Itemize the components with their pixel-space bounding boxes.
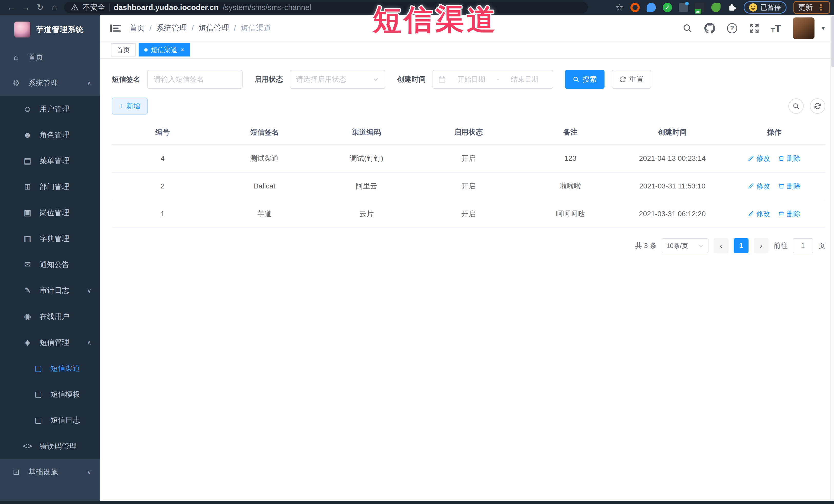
goto-page-input[interactable] xyxy=(793,238,813,253)
status-filter-select[interactable]: 请选择启用状态 xyxy=(290,70,385,89)
sidebar: 芋道管理系统 ⌂ 首页 ⚙ 系统管理 ∧ ☺ 用户管理 ☻ 角色管理 ▤ xyxy=(0,15,100,501)
sidebar-item-label: 短信模板 xyxy=(50,389,80,399)
add-button[interactable]: + 新增 xyxy=(112,97,148,114)
bookmark-star-icon[interactable]: ☆ xyxy=(615,2,623,13)
sidebar-item-label: 审计日志 xyxy=(40,285,69,296)
breadcrumb-home[interactable]: 首页 xyxy=(129,23,145,34)
cell-created: 2021-03-31 06:12:20 xyxy=(621,200,723,228)
app-logo-row[interactable]: 芋道管理系统 xyxy=(0,15,100,44)
sidebar-item-label: 角色管理 xyxy=(40,130,69,140)
cell-remark: 123 xyxy=(520,145,621,172)
next-page-button[interactable]: › xyxy=(754,238,769,253)
page-size-select[interactable]: 10条/页 xyxy=(662,238,708,253)
extension-green-check-icon[interactable]: ✓ xyxy=(663,3,672,12)
breadcrumb: 首页 / 系统管理 / 短信管理 / 短信渠道 xyxy=(129,23,271,34)
scrollbar-thumb[interactable] xyxy=(831,16,834,67)
delete-label: 删除 xyxy=(787,181,800,191)
sidebar-item-user-management[interactable]: ☺ 用户管理 xyxy=(0,96,100,122)
sidebar-item-error-code[interactable]: <> 错误码管理 xyxy=(0,433,100,459)
edit-pencil-icon xyxy=(748,183,754,189)
table-toolbar: + 新增 xyxy=(112,97,825,114)
sign-filter-input[interactable] xyxy=(147,70,243,89)
sidebar-item-dept-management[interactable]: ⊞ 部门管理 xyxy=(0,174,100,200)
cell-status: 开启 xyxy=(417,200,519,228)
cell-actions: 修改删除 xyxy=(723,200,825,228)
delete-link[interactable]: 删除 xyxy=(778,154,800,163)
page-scrollbar[interactable] xyxy=(830,15,834,501)
paused-label: 已暂停 xyxy=(760,3,781,12)
cell-status: 开启 xyxy=(417,145,519,172)
sidebar-item-infrastructure[interactable]: ⊡ 基础设施 ∨ xyxy=(0,459,100,485)
github-icon[interactable] xyxy=(704,23,715,34)
extension-on-badge-icon[interactable]: on xyxy=(695,3,704,12)
browser-menu-dots-icon[interactable]: ⋮ xyxy=(817,3,825,12)
sidebar-item-menu-management[interactable]: ▤ 菜单管理 xyxy=(0,148,100,174)
tag-home[interactable]: 首页 xyxy=(111,43,135,57)
user-avatar[interactable] xyxy=(793,18,814,39)
edit-link[interactable]: 修改 xyxy=(748,181,770,191)
refresh-table-button[interactable] xyxy=(810,98,825,114)
avatar-caret-icon[interactable]: ▾ xyxy=(822,25,825,32)
reset-button[interactable]: 重置 xyxy=(612,70,651,89)
sidebar-item-role-management[interactable]: ☻ 角色管理 xyxy=(0,122,100,148)
breadcrumb-sms[interactable]: 短信管理 xyxy=(198,23,229,34)
sidebar-item-sms-template[interactable]: ▢ 短信模板 xyxy=(0,381,100,407)
cell-id: 1 xyxy=(112,200,214,228)
help-icon[interactable]: ? xyxy=(727,23,737,34)
sidebar-item-home[interactable]: ⌂ 首页 xyxy=(0,44,100,70)
extensions-puzzle-icon[interactable] xyxy=(727,3,737,12)
fullscreen-icon[interactable] xyxy=(749,23,759,34)
browser-reload-icon[interactable]: ↻ xyxy=(33,0,47,15)
header-search-icon[interactable] xyxy=(682,23,693,34)
sidebar-item-sms-management[interactable]: ◈ 短信管理 ∧ xyxy=(0,329,100,355)
page-unit-label: 页 xyxy=(818,241,825,250)
sign-filter-label: 短信签名 xyxy=(112,74,140,84)
badge-icon: ▣ xyxy=(22,208,34,217)
search-button[interactable]: 搜索 xyxy=(565,70,605,89)
tab-paused-badge[interactable]: 已暂停 xyxy=(744,1,787,14)
delete-link[interactable]: 删除 xyxy=(778,209,800,219)
sidebar-item-sms-channel[interactable]: ▢ 短信渠道 xyxy=(0,355,100,381)
browser-update-button[interactable]: 更新 ⋮ xyxy=(793,1,830,14)
edit-link[interactable]: 修改 xyxy=(748,209,770,219)
edit-link[interactable]: 修改 xyxy=(748,154,770,163)
extension-green-plant-icon[interactable] xyxy=(711,3,721,12)
sidebar-item-system-management[interactable]: ⚙ 系统管理 ∧ xyxy=(0,70,100,96)
browser-back-icon[interactable]: ← xyxy=(4,0,19,15)
date-range-picker[interactable]: 开始日期 - 结束日期 xyxy=(433,70,553,89)
roles-icon: ☻ xyxy=(22,130,34,140)
sidebar-item-notice[interactable]: ✉ 通知公告 xyxy=(0,251,100,278)
extension-gray-tool-icon[interactable] xyxy=(679,3,688,12)
prev-page-button[interactable]: ‹ xyxy=(714,238,728,253)
close-tag-icon[interactable]: × xyxy=(180,46,184,53)
browser-forward-icon[interactable]: → xyxy=(19,0,33,15)
sidebar-item-audit-log[interactable]: ✎ 审计日志 ∨ xyxy=(0,278,100,304)
delete-link[interactable]: 删除 xyxy=(778,181,800,191)
page-1-button[interactable]: 1 xyxy=(733,238,748,253)
page-content: 短信签名 启用状态 请选择启用状态 创建时间 xyxy=(100,59,834,501)
toggle-search-button[interactable] xyxy=(788,98,804,114)
font-size-small: T xyxy=(771,27,775,34)
tag-sms-channel[interactable]: 短信渠道 × xyxy=(139,43,190,57)
sidebar-item-post-management[interactable]: ▣ 岗位管理 xyxy=(0,200,100,226)
address-bar[interactable]: 不安全 dashboard.yudao.iocoder.cn /system/s… xyxy=(64,2,588,13)
sidebar-fold-icon[interactable] xyxy=(110,24,120,32)
breadcrumb-system[interactable]: 系统管理 xyxy=(156,23,187,34)
sidebar-item-sms-log[interactable]: ▢ 短信日志 xyxy=(0,407,100,433)
window-bottom-edge xyxy=(0,501,834,504)
plus-icon: + xyxy=(119,102,124,110)
table-row: 2 Ballcat 阿里云 开启 啦啦啦 2021-03-31 11:53:10… xyxy=(112,172,825,200)
font-size-icon[interactable]: TT xyxy=(771,23,781,34)
sidebar-item-online-users[interactable]: ◉ 在线用户 xyxy=(0,304,100,329)
caret-up-icon: ∧ xyxy=(87,339,91,346)
browser-home-icon[interactable]: ⌂ xyxy=(47,0,62,15)
extension-orange-ring-icon[interactable] xyxy=(631,3,640,12)
calendar-icon xyxy=(438,75,446,83)
refresh-icon xyxy=(619,76,626,83)
col-remark: 备注 xyxy=(520,121,621,145)
extension-blue-pin-icon[interactable] xyxy=(646,3,656,12)
monitor-icon: ⊡ xyxy=(10,467,22,477)
cell-id: 2 xyxy=(112,172,214,200)
app-logo-rabbit xyxy=(14,22,30,38)
sidebar-item-dict-management[interactable]: ▥ 字典管理 xyxy=(0,226,100,251)
